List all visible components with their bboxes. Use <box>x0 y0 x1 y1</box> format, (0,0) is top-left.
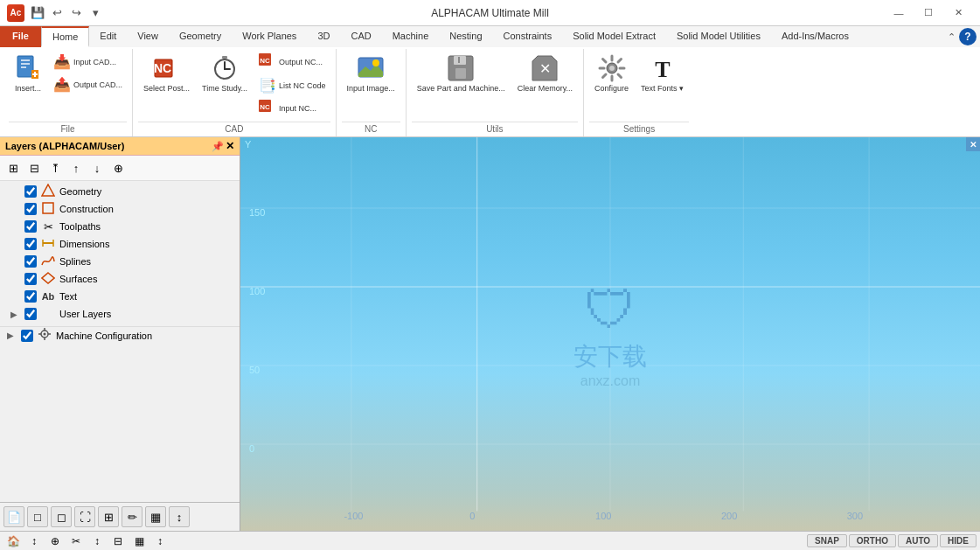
tab-view[interactable]: View <box>127 26 169 47</box>
list-item[interactable]: Geometry <box>0 183 240 200</box>
layer-check-geometry[interactable] <box>24 185 37 198</box>
tab-solidmodelutils[interactable]: Solid Model Utilities <box>666 26 771 47</box>
svg-rect-1 <box>21 59 30 61</box>
configure-button[interactable]: Configure <box>589 51 634 97</box>
output-cad-button[interactable]: 📤 Output CAD... <box>49 73 127 95</box>
layer-check-construction[interactable] <box>24 203 37 215</box>
tab-home[interactable]: Home <box>41 26 89 47</box>
qa-redo[interactable]: ↪ <box>68 5 84 21</box>
list-item[interactable]: Construction <box>0 200 240 218</box>
nc-group-label: NC <box>342 122 400 136</box>
canvas-viewport[interactable]: 150 100 50 0 Y -100 0 100 200 300 🛡 安下载 … <box>240 137 980 531</box>
maximize-button[interactable]: ☐ <box>914 4 943 22</box>
sb-btn-6[interactable]: ✏ <box>122 506 142 527</box>
minimize-button[interactable]: — <box>884 4 914 22</box>
layer-add-btn[interactable]: ⊞ <box>3 158 23 178</box>
svg-rect-13 <box>222 56 227 59</box>
tab-3d[interactable]: 3D <box>307 26 340 47</box>
list-item[interactable]: Ab Text <box>0 288 240 305</box>
layer-settings-btn[interactable]: ⊕ <box>108 158 128 178</box>
svg-text:150: 150 <box>249 207 265 218</box>
cad-group-label: CAD <box>138 122 330 136</box>
clear-memory-icon: ✕ <box>531 54 559 82</box>
sb-btn-4[interactable]: ⛶ <box>74 506 95 527</box>
status-home-btn[interactable]: 🏠 <box>3 533 23 549</box>
sb-btn-8[interactable]: ↕ <box>169 506 190 527</box>
status-btn-2[interactable]: ↕ <box>24 533 44 549</box>
layers-panel: Layers (ALPHACAM/User) 📌 ✕ ⊞ ⊟ ⤒ ↑ ↓ ⊕ G… <box>0 137 240 531</box>
tab-workplanes[interactable]: Work Planes <box>232 26 307 47</box>
output-nc-button[interactable]: NC Output NC... <box>254 51 330 73</box>
list-item[interactable]: Splines <box>0 253 240 270</box>
svg-rect-23 <box>455 68 466 79</box>
text-fonts-button[interactable]: T Text Fonts ▾ <box>636 51 689 97</box>
geometry-layer-name: Geometry <box>59 186 101 197</box>
tab-edit[interactable]: Edit <box>89 26 127 47</box>
hide-toggle[interactable]: HIDE <box>940 534 977 547</box>
save-part-button[interactable]: Save Part and Machine... <box>412 51 511 97</box>
machine-config-toggle[interactable]: ▶ <box>7 331 17 340</box>
layer-remove-btn[interactable]: ⊟ <box>24 158 44 178</box>
layer-check-dimensions[interactable] <box>24 238 37 250</box>
tab-file[interactable]: File <box>0 26 41 47</box>
status-btn-6[interactable]: ⊟ <box>108 533 128 549</box>
layer-toggle-userlayers[interactable]: ▶ <box>10 310 21 319</box>
input-nc-button[interactable]: NC Input NC... <box>254 97 330 120</box>
tab-nesting[interactable]: Nesting <box>439 26 492 47</box>
qa-save[interactable]: 💾 <box>30 5 45 21</box>
qa-undo[interactable]: ↩ <box>49 5 65 21</box>
tab-solidmodelextract[interactable]: Solid Model Extract <box>562 26 666 47</box>
status-btn-5[interactable]: ↕ <box>87 533 107 549</box>
sb-btn-7[interactable]: ▦ <box>145 506 166 527</box>
input-cad-button[interactable]: 📥 Input CAD... <box>49 51 127 73</box>
ortho-toggle[interactable]: ORTHO <box>849 534 896 547</box>
help-button[interactable]: ? <box>959 28 977 45</box>
machine-config-item[interactable]: ▶ Machine Configuration <box>0 326 240 344</box>
input-image-button[interactable]: Input Image... <box>342 51 400 97</box>
select-post-icon: NC <box>153 54 181 82</box>
tab-cad[interactable]: CAD <box>340 26 381 47</box>
tab-addins[interactable]: Add-Ins/Macros <box>771 26 859 47</box>
list-nc-button[interactable]: 📑 List NC Code <box>254 74 330 96</box>
list-item[interactable]: ▶ User Layers <box>0 305 240 323</box>
sb-btn-2[interactable]: □ <box>27 506 48 527</box>
sb-btn-5[interactable]: ⊞ <box>98 506 119 527</box>
time-study-button[interactable]: Time Study... <box>197 51 253 97</box>
layer-down-btn[interactable]: ↓ <box>87 158 107 178</box>
close-panel-icon[interactable]: ✕ <box>226 140 234 152</box>
layer-check-surfaces[interactable] <box>24 273 37 285</box>
canvas-close-btn[interactable]: ✕ <box>966 137 980 151</box>
sb-btn-1[interactable]: 📄 <box>3 506 24 527</box>
select-post-button[interactable]: NC Select Post... <box>138 51 195 97</box>
surfaces-layer-name: Surfaces <box>59 274 97 284</box>
status-btn-7[interactable]: ▦ <box>129 533 149 549</box>
list-item[interactable]: Dimensions <box>0 235 240 253</box>
status-btn-4[interactable]: ✂ <box>66 533 86 549</box>
tab-machine[interactable]: Machine <box>382 26 440 47</box>
layer-check-userlayers[interactable] <box>24 308 37 320</box>
layer-check-splines[interactable] <box>24 255 37 268</box>
toolpaths-layer-icon: ✂ <box>40 220 56 233</box>
snap-toggle[interactable]: SNAP <box>807 534 847 547</box>
time-study-label: Time Study... <box>202 84 247 94</box>
layer-check-text[interactable] <box>24 290 37 303</box>
layer-move-top-btn[interactable]: ⤒ <box>45 158 65 178</box>
tab-constraints[interactable]: Constraints <box>493 26 563 47</box>
layer-up-btn[interactable]: ↑ <box>66 158 86 178</box>
insert-button[interactable]: Insert... <box>9 51 47 97</box>
clear-memory-button[interactable]: ✕ Clear Memory... <box>512 51 578 97</box>
sb-btn-3[interactable]: ◻ <box>51 506 72 527</box>
list-item[interactable]: Surfaces <box>0 270 240 288</box>
canvas-area[interactable]: 150 100 50 0 Y -100 0 100 200 300 🛡 安下载 … <box>240 137 980 531</box>
status-btn-3[interactable]: ⊕ <box>45 533 65 549</box>
close-button[interactable]: ✕ <box>943 4 973 22</box>
layer-check-toolpaths[interactable] <box>24 220 37 233</box>
auto-toggle[interactable]: AUTO <box>898 534 938 547</box>
ribbon-collapse-icon[interactable]: ⌃ <box>948 31 956 43</box>
status-btn-8[interactable]: ↕ <box>150 533 170 549</box>
qa-dropdown[interactable]: ▾ <box>87 5 103 21</box>
pin-icon[interactable]: 📌 <box>212 141 224 152</box>
tab-geometry[interactable]: Geometry <box>169 26 232 47</box>
machine-config-check[interactable] <box>21 330 33 342</box>
list-item[interactable]: ✂ Toolpaths <box>0 218 240 235</box>
